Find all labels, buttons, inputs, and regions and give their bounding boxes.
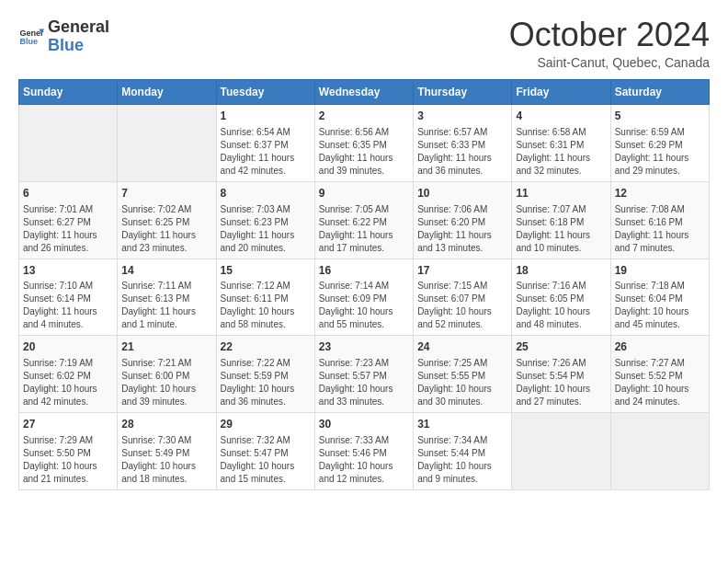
day-number: 11 bbox=[516, 186, 606, 201]
day-number: 16 bbox=[319, 263, 409, 279]
calendar-cell: 17Sunrise: 7:15 AM Sunset: 6:07 PM Dayli… bbox=[414, 259, 512, 336]
calendar-week-1: 1Sunrise: 6:54 AM Sunset: 6:37 PM Daylig… bbox=[19, 105, 710, 182]
calendar-cell: 23Sunrise: 7:23 AM Sunset: 5:57 PM Dayli… bbox=[314, 336, 413, 413]
calendar-cell: 22Sunrise: 7:22 AM Sunset: 5:59 PM Dayli… bbox=[216, 336, 314, 413]
logo-icon: General Blue bbox=[18, 24, 44, 50]
calendar-cell: 6Sunrise: 7:01 AM Sunset: 6:27 PM Daylig… bbox=[19, 181, 118, 259]
logo-text: General Blue bbox=[48, 18, 109, 55]
day-info: Sunrise: 7:18 AM Sunset: 6:04 PM Dayligh… bbox=[615, 280, 705, 331]
day-info: Sunrise: 7:16 AM Sunset: 6:05 PM Dayligh… bbox=[516, 280, 606, 331]
day-number: 1 bbox=[221, 109, 311, 124]
header-wednesday: Wednesday bbox=[314, 80, 413, 105]
calendar-cell: 8Sunrise: 7:03 AM Sunset: 6:23 PM Daylig… bbox=[216, 181, 314, 259]
day-number: 20 bbox=[23, 339, 113, 355]
svg-text:Blue: Blue bbox=[19, 37, 38, 46]
page-header: General Blue General Blue October 2024 S… bbox=[18, 18, 710, 70]
day-number: 28 bbox=[121, 417, 211, 432]
logo: General Blue General Blue bbox=[18, 18, 109, 55]
day-number: 2 bbox=[319, 109, 409, 124]
calendar-cell: 9Sunrise: 7:05 AM Sunset: 6:22 PM Daylig… bbox=[314, 181, 413, 259]
day-info: Sunrise: 7:07 AM Sunset: 6:18 PM Dayligh… bbox=[516, 203, 606, 255]
day-number: 25 bbox=[516, 339, 606, 355]
day-number: 6 bbox=[23, 186, 113, 201]
header-tuesday: Tuesday bbox=[216, 80, 314, 105]
day-info: Sunrise: 7:22 AM Sunset: 5:59 PM Dayligh… bbox=[221, 357, 311, 408]
day-info: Sunrise: 7:23 AM Sunset: 5:57 PM Dayligh… bbox=[319, 357, 409, 408]
header-thursday: Thursday bbox=[414, 80, 512, 105]
day-number: 21 bbox=[121, 339, 211, 355]
day-number: 13 bbox=[23, 263, 113, 279]
calendar-week-2: 6Sunrise: 7:01 AM Sunset: 6:27 PM Daylig… bbox=[19, 181, 710, 259]
calendar-week-3: 13Sunrise: 7:10 AM Sunset: 6:14 PM Dayli… bbox=[19, 259, 710, 336]
day-number: 10 bbox=[417, 186, 507, 201]
day-info: Sunrise: 7:25 AM Sunset: 5:55 PM Dayligh… bbox=[417, 357, 507, 408]
calendar-cell: 19Sunrise: 7:18 AM Sunset: 6:04 PM Dayli… bbox=[610, 259, 709, 336]
calendar-table: SundayMondayTuesdayWednesdayThursdayFrid… bbox=[18, 79, 710, 490]
day-number: 31 bbox=[417, 417, 507, 432]
day-number: 18 bbox=[516, 263, 606, 279]
calendar-cell: 16Sunrise: 7:14 AM Sunset: 6:09 PM Dayli… bbox=[314, 259, 413, 336]
calendar-cell: 29Sunrise: 7:32 AM Sunset: 5:47 PM Dayli… bbox=[216, 413, 314, 490]
day-info: Sunrise: 7:08 AM Sunset: 6:16 PM Dayligh… bbox=[615, 203, 705, 255]
calendar-cell bbox=[610, 413, 709, 490]
calendar-week-5: 27Sunrise: 7:29 AM Sunset: 5:50 PM Dayli… bbox=[19, 413, 710, 490]
calendar-cell: 11Sunrise: 7:07 AM Sunset: 6:18 PM Dayli… bbox=[512, 181, 610, 259]
calendar-cell: 13Sunrise: 7:10 AM Sunset: 6:14 PM Dayli… bbox=[19, 259, 118, 336]
day-number: 5 bbox=[615, 109, 705, 124]
day-number: 8 bbox=[221, 186, 311, 201]
day-info: Sunrise: 7:34 AM Sunset: 5:44 PM Dayligh… bbox=[417, 434, 507, 486]
day-number: 26 bbox=[615, 339, 705, 355]
calendar-cell: 24Sunrise: 7:25 AM Sunset: 5:55 PM Dayli… bbox=[414, 336, 512, 413]
day-info: Sunrise: 7:26 AM Sunset: 5:54 PM Dayligh… bbox=[516, 357, 606, 408]
day-info: Sunrise: 7:14 AM Sunset: 6:09 PM Dayligh… bbox=[319, 280, 409, 331]
day-info: Sunrise: 7:15 AM Sunset: 6:07 PM Dayligh… bbox=[417, 280, 507, 331]
calendar-week-4: 20Sunrise: 7:19 AM Sunset: 6:02 PM Dayli… bbox=[19, 336, 710, 413]
month-title: October 2024 bbox=[509, 18, 710, 52]
calendar-cell: 14Sunrise: 7:11 AM Sunset: 6:13 PM Dayli… bbox=[118, 259, 216, 336]
day-info: Sunrise: 7:12 AM Sunset: 6:11 PM Dayligh… bbox=[221, 280, 311, 331]
day-number: 4 bbox=[516, 109, 606, 124]
calendar-cell: 18Sunrise: 7:16 AM Sunset: 6:05 PM Dayli… bbox=[512, 259, 610, 336]
calendar-cell: 30Sunrise: 7:33 AM Sunset: 5:46 PM Dayli… bbox=[314, 413, 413, 490]
header-sunday: Sunday bbox=[19, 80, 118, 105]
calendar-cell: 5Sunrise: 6:59 AM Sunset: 6:29 PM Daylig… bbox=[610, 105, 709, 182]
calendar-header-row: SundayMondayTuesdayWednesdayThursdayFrid… bbox=[19, 80, 710, 105]
day-info: Sunrise: 6:57 AM Sunset: 6:33 PM Dayligh… bbox=[417, 126, 507, 178]
calendar-cell: 27Sunrise: 7:29 AM Sunset: 5:50 PM Dayli… bbox=[19, 413, 118, 490]
header-monday: Monday bbox=[118, 80, 216, 105]
day-info: Sunrise: 7:01 AM Sunset: 6:27 PM Dayligh… bbox=[23, 203, 113, 255]
day-number: 22 bbox=[221, 339, 311, 355]
calendar-cell bbox=[19, 105, 118, 182]
day-number: 29 bbox=[221, 417, 311, 432]
header-saturday: Saturday bbox=[610, 80, 709, 105]
location: Saint-Canut, Quebec, Canada bbox=[509, 55, 710, 70]
day-number: 9 bbox=[319, 186, 409, 201]
calendar-cell: 1Sunrise: 6:54 AM Sunset: 6:37 PM Daylig… bbox=[216, 105, 314, 182]
day-info: Sunrise: 7:27 AM Sunset: 5:52 PM Dayligh… bbox=[615, 357, 705, 408]
calendar-cell: 3Sunrise: 6:57 AM Sunset: 6:33 PM Daylig… bbox=[414, 105, 512, 182]
day-info: Sunrise: 6:56 AM Sunset: 6:35 PM Dayligh… bbox=[319, 126, 409, 178]
calendar-cell: 20Sunrise: 7:19 AM Sunset: 6:02 PM Dayli… bbox=[19, 336, 118, 413]
day-number: 27 bbox=[23, 417, 113, 432]
day-number: 19 bbox=[615, 263, 705, 279]
day-number: 23 bbox=[319, 339, 409, 355]
calendar-cell: 26Sunrise: 7:27 AM Sunset: 5:52 PM Dayli… bbox=[610, 336, 709, 413]
day-number: 24 bbox=[417, 339, 507, 355]
day-number: 12 bbox=[615, 186, 705, 201]
day-info: Sunrise: 7:06 AM Sunset: 6:20 PM Dayligh… bbox=[417, 203, 507, 255]
day-info: Sunrise: 6:54 AM Sunset: 6:37 PM Dayligh… bbox=[221, 126, 311, 178]
day-info: Sunrise: 7:21 AM Sunset: 6:00 PM Dayligh… bbox=[121, 357, 211, 408]
calendar-cell: 21Sunrise: 7:21 AM Sunset: 6:00 PM Dayli… bbox=[118, 336, 216, 413]
day-number: 17 bbox=[417, 263, 507, 279]
day-info: Sunrise: 7:11 AM Sunset: 6:13 PM Dayligh… bbox=[121, 280, 211, 331]
day-info: Sunrise: 7:30 AM Sunset: 5:49 PM Dayligh… bbox=[121, 434, 211, 486]
calendar-cell bbox=[512, 413, 610, 490]
calendar-cell: 10Sunrise: 7:06 AM Sunset: 6:20 PM Dayli… bbox=[414, 181, 512, 259]
day-info: Sunrise: 7:33 AM Sunset: 5:46 PM Dayligh… bbox=[319, 434, 409, 486]
calendar-cell: 12Sunrise: 7:08 AM Sunset: 6:16 PM Dayli… bbox=[610, 181, 709, 259]
day-number: 3 bbox=[417, 109, 507, 124]
day-info: Sunrise: 7:32 AM Sunset: 5:47 PM Dayligh… bbox=[221, 434, 311, 486]
calendar-cell: 28Sunrise: 7:30 AM Sunset: 5:49 PM Dayli… bbox=[118, 413, 216, 490]
day-info: Sunrise: 7:03 AM Sunset: 6:23 PM Dayligh… bbox=[221, 203, 311, 255]
day-number: 14 bbox=[121, 263, 211, 279]
